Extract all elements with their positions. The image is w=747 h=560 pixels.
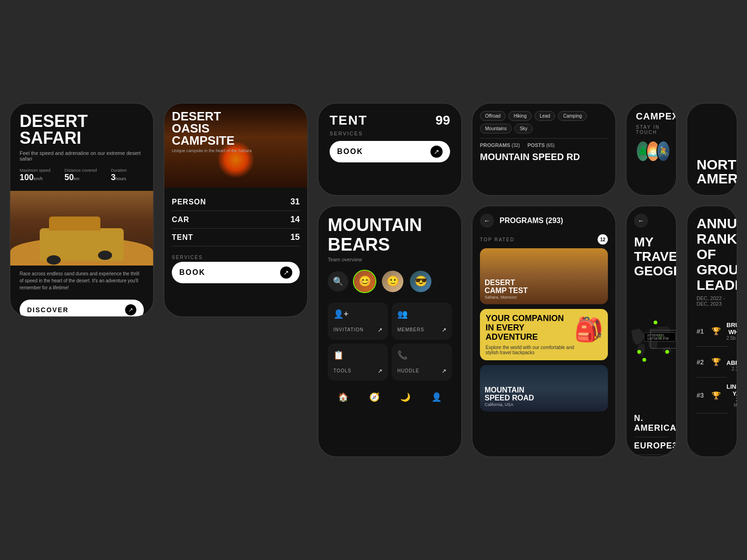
geo-back-button[interactable]: ← [634,214,648,228]
backpack-title: YOUR COMPANIONIN EVERYADVENTURE [486,314,574,342]
safari-description: Race across endless sand dunes and exper… [10,266,153,296]
services-label: SERVICES [330,131,450,136]
car-shape [40,228,124,261]
phone-annual-ranking: ANNUALRANKINGOF GROUPLEADERS DEC, 2022 -… [686,205,738,457]
oasis-stats: PERSON 31 CAR 14 TENT 15 [164,188,307,252]
trophy-icon-3: 🏆 [712,391,721,400]
oasis-book-button[interactable]: BOOK ↗ [172,262,300,283]
rank-item-2: #2 🏆 JIM ABRAMS 2.1b steps 🙂 [697,347,727,378]
geo-stats: N. AMERICA 54% EUROPE 32% [627,402,676,457]
rank-num-2: #2 [697,358,706,366]
team-label: Team overview [328,257,452,262]
back-button[interactable]: ← [480,214,494,228]
campex-stay-label: STAY IN TOUCH [636,125,667,135]
backpack-icon: 🎒 [574,316,602,353]
tag-mountains[interactable]: Mountains [480,124,512,133]
rank-num-3: #3 [697,392,706,399]
oasis-title-overlay: DESERTOASISCAMPSITE Unique campsite in t… [164,104,307,153]
book-button[interactable]: BOOK ↗ [330,141,450,162]
tent-label: TENT [330,113,367,128]
tools-label: TOOLS [333,368,352,373]
stat-duration: Duration 3hours [111,168,127,182]
avatar-1[interactable]: 😊 [353,270,376,293]
stat-duration-label: Duration [111,168,127,173]
compass-icon[interactable]: 🧭 [369,392,380,402]
invitation-label: INVITATION [333,327,364,332]
members-label: MEMBERS [397,327,424,332]
members-card[interactable]: 👥 MEMBERS ↗ [392,302,452,340]
rank-info-3: LINDA YAN 2.5b steps [726,383,738,407]
safari-title: DESERT SAFARI [20,113,144,147]
avatar-face-1: 😊 [354,271,375,292]
tag-lead[interactable]: Lead [535,111,555,121]
rank-steps-2: 2.1b steps [726,366,738,371]
tools-arrow-icon: ↗ [378,368,382,374]
phone-programs-list: ← PROGRAMS (293) TOP RATED 12 DESERTCAMP… [472,205,616,457]
top-rated-row: TOP RATED 12 [472,232,615,248]
avatar-3[interactable]: 😎 [409,270,432,293]
book-label: BOOK [337,147,363,156]
tag-sky[interactable]: Sky [514,124,533,133]
avatar-2[interactable]: 🙂 [381,270,404,293]
programs-header-title: PROGRAMS (293) [500,217,563,225]
home-icon[interactable]: 🏠 [338,392,348,402]
phone-north-america: NORTHAMERICA [686,103,738,196]
campex-avatar-3: 🚴 [656,140,670,162]
campex-avatars: 🌲 🌅 🚴 [636,140,667,162]
profile-icon[interactable]: 👤 [431,392,442,402]
tag-camping[interactable]: Camping [558,111,587,121]
stat-distance-label: Distance covered [64,168,97,173]
discover-button[interactable]: DISCOVER ↗ [20,300,144,317]
posts-count: POSTS (65) [528,142,555,148]
tag-hiking[interactable]: Hiking [508,111,532,121]
desert-card-location: Sahara, Morocco [485,295,603,300]
program-card-backpack[interactable]: YOUR COMPANIONIN EVERYADVENTURE Explore … [480,309,608,360]
avatar-face-3: 😎 [410,271,431,292]
invitation-card[interactable]: 👤+ INVITATION ↗ [328,302,388,340]
discover-arrow-icon: ↗ [125,304,136,315]
members-arrow-icon: ↗ [442,327,446,333]
rank-item-3: #3 🏆 LINDA YAN 2.5b steps 😎 [697,378,727,413]
members-icon: 👥 [397,309,446,319]
oasis-book-section: BOOK ↗ [164,262,307,283]
geo-stat-namerica: N. AMERICA 54% [634,410,669,437]
desert-card-image: DESERTCAMP TEST Sahara, Morocco [480,248,608,304]
bears-title: MOUNTAINBEARS [328,216,452,255]
bears-menu-grid: 👤+ INVITATION ↗ 👥 MEMBERS ↗ 📋 TOOLS ↗ [328,302,452,381]
oasis-services-label: SERVICES [164,252,307,262]
tools-card[interactable]: 📋 TOOLS ↗ [328,343,388,381]
oasis-book-label: BOOK [179,268,205,277]
huddle-label: HUDDLE [397,368,419,373]
tools-icon: 📋 [333,350,382,360]
search-avatar-button[interactable]: 🔍 [328,271,348,292]
program-card-desert[interactable]: DESERTCAMP TEST Sahara, Morocco [480,248,608,304]
rank-num-1: #1 [697,328,706,335]
discover-label: DISCOVER [27,306,69,314]
tag-offroad[interactable]: Offroad [480,111,506,121]
huddle-arrow-icon: ↗ [442,368,446,374]
huddle-card[interactable]: 📞 HUDDLE ↗ [392,343,452,381]
backpack-card-image: YOUR COMPANIONIN EVERYADVENTURE Explore … [480,309,608,360]
backpack-card-content: YOUR COMPANIONIN EVERYADVENTURE Explore … [480,309,608,360]
invitation-icon: 👤+ [333,309,382,319]
rank-steps-3: 2.5b steps [726,397,738,407]
rank-steps-1: 2.5b steps [726,336,738,341]
desert-card-text: DESERTCAMP TEST Sahara, Morocco [480,274,608,304]
mountain-card-location: California, USA [485,402,603,407]
safari-stats: Maximum speed 100km/h Distance covered 5… [20,168,144,182]
moon-icon[interactable]: 🌙 [400,392,410,402]
rank-name-2: JIM ABRAMS [726,352,738,366]
campex-title: CAMPEX [636,111,677,122]
mountain-card-image: MOUNTAINSPEED ROAD California, USA [480,365,608,412]
program-card-mountain[interactable]: MOUNTAINSPEED ROAD California, USA [480,365,608,412]
invitation-arrow-icon: ↗ [378,327,382,333]
mountain-title: MOUNTAIN SPEED RD [480,152,608,162]
phone-tent: TENT 99 SERVICES BOOK ↗ [317,103,462,196]
geo-stat-europe: EUROPE 32% [634,437,669,455]
bears-bottom-nav: 🏠 🧭 🌙 👤 [328,387,452,402]
huddle-icon: 📞 [397,350,446,360]
programs-header: ← PROGRAMS (293) [472,206,615,232]
rank-name-3: LINDA YAN [726,383,738,397]
oasis-subtitle: Unique campsite in the heart of the Saha… [172,148,300,153]
phone-travel-geography: ← MY TRAVELGEOGRAPHY [626,205,677,457]
